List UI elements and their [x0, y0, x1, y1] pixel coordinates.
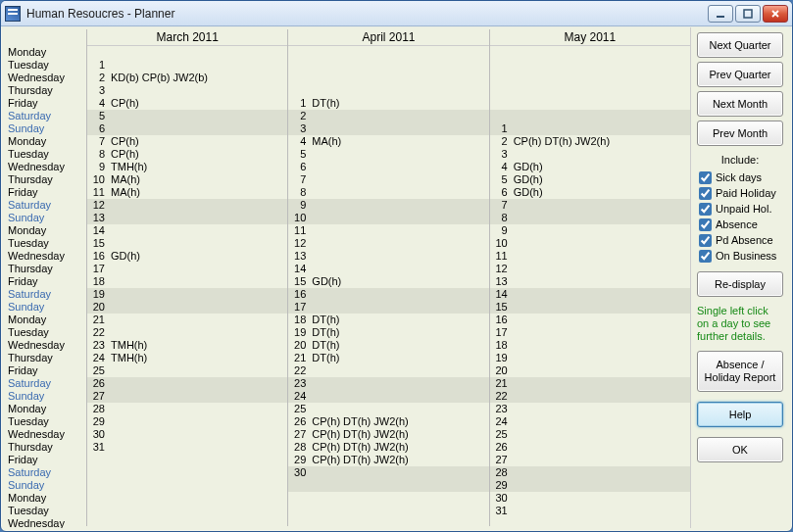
calendar-cell[interactable]: 15 — [490, 301, 690, 314]
calendar-cell[interactable]: 5 — [87, 110, 287, 122]
calendar-cell[interactable]: 11MA(h) — [87, 186, 287, 199]
calendar-cell[interactable]: 2KD(b) CP(b) JW2(b) — [87, 72, 287, 84]
include-checkbox[interactable] — [699, 171, 712, 184]
calendar-cell[interactable]: 2CP(h) DT(h) JW2(h) — [490, 135, 690, 148]
include-checkbox[interactable] — [699, 218, 712, 231]
calendar-cell[interactable]: 31 — [490, 505, 690, 517]
prev-quarter-button[interactable]: Prev Quarter — [697, 62, 783, 87]
calendar-cell[interactable]: 16 — [288, 288, 488, 301]
calendar-cell[interactable]: 27 — [490, 454, 690, 466]
calendar-cell[interactable]: 1 — [490, 122, 690, 135]
calendar-cell[interactable]: 2 — [288, 110, 488, 122]
calendar-cell[interactable]: 19 — [490, 352, 690, 364]
calendar-cell[interactable]: 23 — [288, 377, 488, 390]
maximize-button[interactable] — [735, 5, 761, 23]
calendar-cell[interactable]: 22 — [87, 326, 287, 339]
calendar-cell[interactable]: 22 — [490, 390, 690, 403]
calendar-cell[interactable]: 3 — [490, 148, 690, 161]
calendar-cell[interactable]: 8 — [490, 212, 690, 224]
calendar-cell[interactable]: 18DT(h) — [288, 314, 488, 326]
calendar-cell[interactable]: 25 — [288, 403, 488, 415]
calendar-cell[interactable]: 12 — [490, 263, 690, 275]
calendar-cell[interactable]: 25 — [490, 428, 690, 441]
calendar-cell[interactable]: 12 — [288, 237, 488, 250]
include-checkbox[interactable] — [699, 203, 712, 216]
calendar-cell[interactable]: 30 — [288, 466, 488, 479]
calendar-cell[interactable]: 10MA(h) — [87, 173, 287, 186]
calendar-cell[interactable]: 25 — [87, 364, 287, 377]
calendar-cell[interactable]: 15GD(h) — [288, 275, 488, 288]
include-check-3[interactable]: Absence — [697, 217, 783, 232]
include-check-2[interactable]: Unpaid Hol. — [697, 201, 783, 217]
ok-button[interactable]: OK — [697, 437, 783, 462]
calendar-cell[interactable]: 6GD(h) — [490, 186, 690, 199]
minimize-button[interactable] — [708, 5, 733, 23]
calendar-cell[interactable]: 30 — [490, 492, 690, 505]
include-check-0[interactable]: Sick days — [697, 169, 783, 185]
calendar-cell[interactable]: 14 — [87, 224, 287, 237]
include-check-5[interactable]: On Business — [697, 248, 783, 264]
calendar-cell[interactable]: 11 — [288, 224, 488, 237]
calendar-cell[interactable]: 5 — [288, 148, 488, 161]
calendar-cell[interactable]: 14 — [288, 263, 488, 275]
calendar-cell[interactable]: 9 — [288, 199, 488, 212]
calendar-cell[interactable]: 7 — [288, 173, 488, 186]
calendar-cell[interactable]: 20DT(h) — [288, 339, 488, 352]
calendar-cell[interactable]: 11 — [490, 250, 690, 263]
include-check-1[interactable]: Paid Holiday — [697, 185, 783, 201]
calendar-cell[interactable]: 24TMH(h) — [87, 352, 287, 364]
calendar-cell[interactable]: 28 — [87, 403, 287, 415]
calendar-cell[interactable]: 10 — [490, 237, 690, 250]
calendar-cell[interactable]: 3 — [288, 122, 488, 135]
calendar-cell[interactable]: 4MA(h) — [288, 135, 488, 148]
calendar-cell[interactable]: 13 — [490, 275, 690, 288]
calendar-cell[interactable]: 9 — [490, 224, 690, 237]
calendar-cell[interactable]: 26CP(h) DT(h) JW2(h) — [288, 415, 488, 428]
calendar-cell[interactable]: 29 — [490, 479, 690, 492]
calendar-cell[interactable]: 7CP(h) — [87, 135, 287, 148]
calendar-cell[interactable]: 16GD(h) — [87, 250, 287, 263]
calendar-cell[interactable]: 18 — [490, 339, 690, 352]
close-button[interactable] — [763, 5, 788, 23]
calendar-cell[interactable]: 27CP(h) DT(h) JW2(h) — [288, 428, 488, 441]
calendar-cell[interactable]: 4GD(h) — [490, 161, 690, 173]
calendar-cell[interactable]: 6 — [87, 122, 287, 135]
calendar-cell[interactable]: 19 — [87, 288, 287, 301]
calendar-cell[interactable]: 27 — [87, 390, 287, 403]
calendar-cell[interactable]: 26 — [87, 377, 287, 390]
calendar-cell[interactable]: 21DT(h) — [288, 352, 488, 364]
include-checkbox[interactable] — [699, 234, 712, 247]
calendar-cell[interactable]: 22 — [288, 364, 488, 377]
absence-report-button[interactable]: Absence / Holiday Report — [697, 351, 783, 392]
calendar-cell[interactable]: 3 — [87, 84, 287, 97]
calendar-cell[interactable]: 13 — [288, 250, 488, 263]
calendar-cell[interactable]: 8CP(h) — [87, 148, 287, 161]
calendar-cell[interactable]: 23 — [490, 403, 690, 415]
calendar-cell[interactable]: 1DT(h) — [288, 97, 488, 110]
include-checkbox[interactable] — [699, 187, 712, 200]
calendar-cell[interactable]: 30 — [87, 428, 287, 441]
calendar-cell[interactable]: 10 — [288, 212, 488, 224]
calendar-cell[interactable]: 17 — [87, 263, 287, 275]
calendar-cell[interactable]: 13 — [87, 212, 287, 224]
prev-month-button[interactable]: Prev Month — [697, 121, 783, 146]
calendar-cell[interactable]: 29CP(h) DT(h) JW2(h) — [288, 454, 488, 466]
calendar-cell[interactable]: 28CP(h) DT(h) JW2(h) — [288, 441, 488, 454]
calendar-cell[interactable]: 26 — [490, 441, 690, 454]
calendar-cell[interactable]: 19DT(h) — [288, 326, 488, 339]
calendar-cell[interactable]: 20 — [87, 301, 287, 314]
redisplay-button[interactable]: Re-display — [697, 271, 783, 297]
calendar-cell[interactable]: 14 — [490, 288, 690, 301]
calendar-cell[interactable]: 16 — [490, 314, 690, 326]
calendar-cell[interactable]: 15 — [87, 237, 287, 250]
calendar-cell[interactable]: 24 — [490, 415, 690, 428]
calendar-cell[interactable]: 4CP(h) — [87, 97, 287, 110]
calendar-cell[interactable]: 6 — [288, 161, 488, 173]
include-check-4[interactable]: Pd Absence — [697, 232, 783, 248]
calendar-cell[interactable]: 20 — [490, 364, 690, 377]
calendar-cell[interactable]: 24 — [288, 390, 488, 403]
calendar-cell[interactable]: 1 — [87, 59, 287, 72]
calendar-cell[interactable]: 9TMH(h) — [87, 161, 287, 173]
calendar-cell[interactable]: 28 — [490, 466, 690, 479]
help-button[interactable]: Help — [697, 402, 783, 427]
